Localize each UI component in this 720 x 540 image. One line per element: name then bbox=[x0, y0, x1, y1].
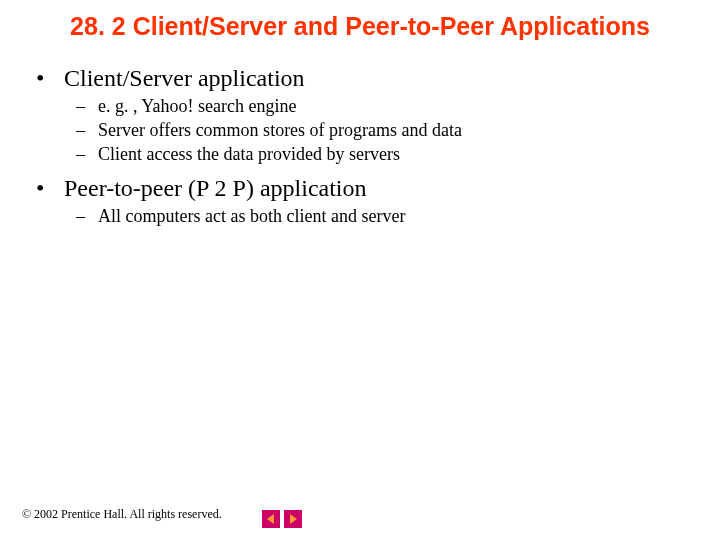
sub-bullet-text: Client access the data provided by serve… bbox=[98, 144, 690, 165]
bullet-item: • Client/Server application bbox=[30, 65, 690, 92]
sub-bullet-text: e. g. , Yahoo! search engine bbox=[98, 96, 690, 117]
svg-marker-0 bbox=[267, 514, 274, 524]
slide: 28. 2 Client/Server and Peer-to-Peer App… bbox=[0, 0, 720, 540]
prev-slide-button[interactable] bbox=[262, 510, 280, 528]
bullet-marker: • bbox=[30, 175, 64, 202]
nav-controls bbox=[262, 510, 302, 528]
dash-marker: – bbox=[76, 144, 98, 165]
bullet-item: • Peer-to-peer (P 2 P) application bbox=[30, 175, 690, 202]
copyright-footer: © 2002 Prentice Hall. All rights reserve… bbox=[22, 507, 222, 522]
sub-bullet-item: – All computers act as both client and s… bbox=[30, 206, 690, 227]
bullet-text: Peer-to-peer (P 2 P) application bbox=[64, 175, 690, 202]
sub-bullet-text: All computers act as both client and ser… bbox=[98, 206, 690, 227]
slide-title: 28. 2 Client/Server and Peer-to-Peer App… bbox=[0, 0, 720, 49]
sub-bullet-item: – e. g. , Yahoo! search engine bbox=[30, 96, 690, 117]
bullet-marker: • bbox=[30, 65, 64, 92]
dash-marker: – bbox=[76, 206, 98, 227]
next-slide-button[interactable] bbox=[284, 510, 302, 528]
dash-marker: – bbox=[76, 120, 98, 141]
dash-marker: – bbox=[76, 96, 98, 117]
svg-marker-1 bbox=[290, 514, 297, 524]
triangle-left-icon bbox=[265, 513, 277, 525]
bullet-text: Client/Server application bbox=[64, 65, 690, 92]
sub-bullet-item: – Server offers common stores of program… bbox=[30, 120, 690, 141]
sub-bullet-item: – Client access the data provided by ser… bbox=[30, 144, 690, 165]
sub-bullet-text: Server offers common stores of programs … bbox=[98, 120, 690, 141]
slide-body: • Client/Server application – e. g. , Ya… bbox=[0, 49, 720, 227]
triangle-right-icon bbox=[287, 513, 299, 525]
